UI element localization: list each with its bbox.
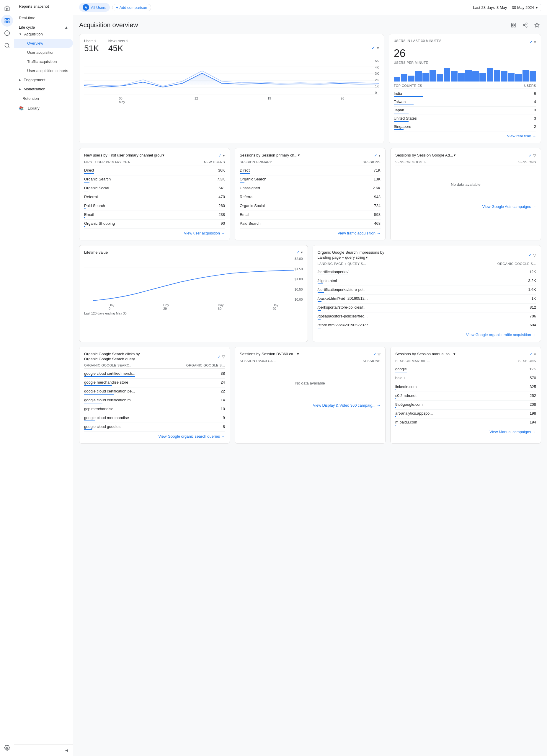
filter-icon-impressions[interactable]: ▽	[533, 253, 536, 257]
check-icon: ✓	[219, 153, 222, 158]
dv360-dropdown-btn[interactable]: Session DV360 ca... ▾	[262, 352, 299, 356]
page-title: Acquisition overview	[79, 21, 138, 29]
manual-dropdown-btn[interactable]: Session manual so... ▾	[417, 352, 455, 356]
view-google-ads-link[interactable]: View Google Ads campaigns →	[395, 204, 536, 209]
share-btn[interactable]	[521, 21, 529, 29]
card-dropdown-sessions[interactable]: ▾	[378, 153, 380, 158]
all-users-chip[interactable]: A All Users	[79, 3, 110, 12]
dv360-title1: Sessions by	[240, 352, 261, 356]
country-bar-singapore	[394, 129, 403, 130]
bar-15	[494, 70, 500, 82]
check-icon-dv360: ✓	[373, 352, 376, 356]
svg-line-18	[524, 24, 526, 25]
view-user-acquisition-link[interactable]: View user acquisition →	[84, 231, 225, 235]
table-row: Paid Search 260	[84, 202, 225, 211]
library-nav[interactable]: 📚 Library	[14, 103, 73, 113]
reports-snapshot-header[interactable]: Reports snapshot	[14, 0, 73, 13]
realtime-nav[interactable]: Real-time	[14, 13, 73, 23]
filter-icon-ads[interactable]: ▽	[533, 153, 536, 158]
x-label-may5: 05May	[119, 97, 125, 104]
filter-icon-dv360[interactable]: ▽	[377, 352, 380, 356]
user-acquisition-nav[interactable]: User acquisition	[14, 48, 73, 57]
expand-icon-engagement: ▶	[19, 78, 21, 82]
traffic-acquisition-nav[interactable]: Traffic acquisition	[14, 57, 73, 66]
collapse-sidebar-btn[interactable]: ◀	[19, 748, 68, 752]
explore-icon[interactable]	[1, 40, 13, 51]
sessions-primary-table: SESSION PRIMARY ... SESSIONS Direct 71K …	[240, 160, 380, 229]
filter-icon-clicks[interactable]: ▽	[222, 354, 225, 359]
svg-line-17	[524, 25, 526, 26]
acquisition-section[interactable]: ▼ Acquisition	[14, 30, 73, 39]
card-dropdown[interactable]: ▾	[223, 153, 225, 158]
reports-icon[interactable]	[1, 27, 13, 39]
view-realtime-link[interactable]: View real time →	[394, 134, 536, 138]
countries-table: TOP COUNTRIES USERS India 6 Taiwan	[394, 84, 536, 131]
svg-point-15	[523, 25, 525, 26]
organic-search-impressions-card: Organic Google Search impressions by Lan…	[312, 245, 541, 342]
view-traffic-acquisition-link[interactable]: View traffic acquisition →	[240, 231, 380, 235]
sessions-dropdown-btn[interactable]: Session primary ch... ▾	[262, 153, 300, 157]
view-traffic-acq-label: View traffic acquisition	[338, 231, 375, 235]
view-manual-link[interactable]: View Manual campaigns →	[395, 430, 536, 434]
users-value: 51K	[84, 44, 99, 53]
users-line-chart	[84, 59, 379, 95]
retention-nav[interactable]: Retention	[14, 94, 73, 103]
impressions-table: LANDING PAGE + QUERY S... ORGANIC GOOGLE…	[317, 262, 536, 330]
magic-btn[interactable]	[533, 21, 541, 29]
bar-19	[522, 70, 529, 82]
user-avatar: A	[83, 4, 89, 11]
monetisation-section[interactable]: ▶ Monetisation	[14, 84, 73, 94]
users-overview-card: Users ℹ 51K New users ℹ 45K	[79, 34, 384, 143]
view-dv360-link[interactable]: View Display & Video 360 campaig... →	[240, 403, 380, 408]
users-card-dropdown[interactable]: ▾	[377, 46, 379, 50]
new-users-dropdown-btn[interactable]: First user primary channel grou ▾	[109, 153, 165, 157]
view-google-organic-label: View Google organic traffic acquisition	[466, 333, 531, 337]
col2-header-dv360: SESSIONS	[363, 359, 380, 363]
card-dropdown-manual[interactable]: ▾	[534, 352, 536, 356]
engagement-section[interactable]: ▶ Engagement	[14, 75, 73, 84]
add-comparison-btn[interactable]: + Add comparison	[112, 4, 151, 11]
col1-header-imp: LANDING PAGE + QUERY S...	[317, 262, 366, 265]
bar-8	[444, 68, 450, 82]
table-row: 9to5google.com 208	[395, 401, 536, 410]
realtime-dropdown[interactable]: ▾	[534, 40, 536, 44]
x-label-26: 26	[341, 97, 344, 104]
user-acq-cohorts-nav[interactable]: User acquisition cohorts	[14, 66, 73, 75]
bar-9	[451, 71, 457, 82]
lifecycle-section: Life cycle ▲	[14, 23, 73, 30]
top-countries-label: TOP COUNTRIES	[394, 84, 422, 87]
new-users-table: FIRST USER PRIMARY CHA... NEW USERS Dire…	[84, 160, 225, 229]
ads-dropdown-btn[interactable]: Session Google Ad... ▾	[417, 153, 455, 157]
country-value-japan: 3	[534, 108, 536, 113]
users-info-icon[interactable]: ℹ	[95, 39, 96, 43]
view-google-organic-link[interactable]: View Google organic traffic acquisition …	[317, 333, 536, 337]
sessions-ads-table: SESSION GOOGLE ... SESSIONS	[395, 160, 536, 165]
customize-view-btn[interactable]	[509, 21, 517, 29]
svg-marker-19	[535, 23, 539, 27]
home-icon[interactable]	[1, 2, 13, 14]
organic-search-clicks-card: Organic Google Search clicks by Organic …	[79, 347, 230, 444]
realtime-check-icon: ✓	[530, 40, 533, 44]
new-users-label: New users	[108, 39, 125, 43]
chevron-down-manual: ▾	[453, 352, 455, 356]
add-icon: +	[116, 5, 118, 10]
table-row: Organic Search 7.3K	[84, 175, 225, 184]
date-range-selector[interactable]: Last 28 days 3 May - 30 May 2024 ▾	[470, 4, 541, 11]
chevron-down-sessions: ▾	[298, 153, 300, 157]
users-label: Users	[84, 39, 93, 43]
view-organic-search-link[interactable]: View Google organic search queries →	[84, 434, 225, 439]
settings-icon[interactable]	[1, 742, 13, 754]
new-users-info-icon[interactable]: ℹ	[126, 39, 128, 43]
overview-nav[interactable]: Overview	[14, 39, 73, 48]
sessions-google-ads-card: Sessions by Session Google Ad... ▾ ✓ ▽	[390, 148, 541, 240]
arrow-right-icon: →	[221, 231, 225, 235]
bar-11	[465, 70, 472, 82]
dashboard-icon[interactable]	[1, 15, 13, 27]
x-label-12: 12	[195, 97, 198, 104]
table-row: Referral 470	[84, 193, 225, 202]
library-icon: 📚	[19, 106, 24, 110]
table-row: google cloud certification pe... 22	[84, 387, 225, 396]
table-row: google cloud certification m... 14	[84, 396, 225, 405]
ltv-dropdown[interactable]: ▾	[301, 250, 303, 255]
svg-rect-0	[5, 19, 6, 20]
